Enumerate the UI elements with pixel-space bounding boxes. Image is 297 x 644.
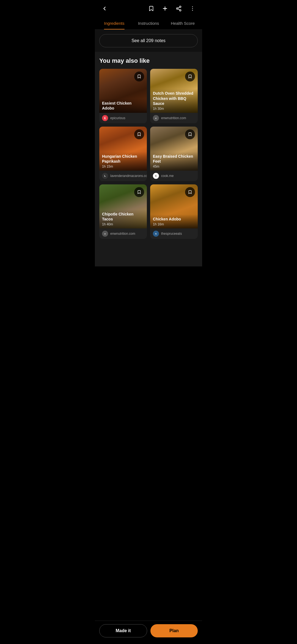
source-name-6: thespruceeats xyxy=(161,232,182,236)
tab-health-score[interactable]: Health Score xyxy=(166,17,200,29)
back-button[interactable] xyxy=(100,4,109,13)
source-logo-3: L xyxy=(102,173,108,179)
recipe-card-6[interactable]: Chicken Adobo 1h 16m S thespruceeats xyxy=(150,184,198,239)
recipe-time: 1h 16m xyxy=(153,222,195,226)
recipe-card-5[interactable]: Chipotle Chicken Tacos 1h 40m e enwnutri… xyxy=(99,184,147,239)
tab-ingredients[interactable]: Ingredients xyxy=(97,17,131,29)
source-name-4: cook.me xyxy=(161,174,174,178)
source-logo-1: E xyxy=(102,115,108,121)
recipe-time: 1h 15m xyxy=(102,165,144,168)
recipe-overlay: Chicken Adobo 1h 16m xyxy=(150,214,198,228)
recipe-overlay: Chipotle Chicken Tacos 1h 40m xyxy=(99,209,147,228)
svg-point-8 xyxy=(192,8,193,9)
svg-point-9 xyxy=(192,10,193,11)
recipe-card-2[interactable]: Dutch Oven Shredded Chicken with BBQ Sau… xyxy=(150,69,198,123)
recipe-title-4: Easy Braised Chicken Feet xyxy=(153,154,195,164)
recipe-title-1: Easiest Chicken Adobo xyxy=(102,101,144,111)
source-name-2: enwnutrition.com xyxy=(161,116,186,120)
recipe-title-6: Chicken Adobo xyxy=(153,217,195,222)
tab-instructions[interactable]: Instructions xyxy=(131,17,166,29)
recipe-card-4[interactable]: Easy Braised Chicken Feet 45m C cook.me xyxy=(150,127,198,181)
notes-section: See all 209 notes xyxy=(95,30,202,52)
recipe-bookmark-6[interactable] xyxy=(185,187,195,197)
recommendations-section: You may also like Easiest Chicken Adobo … xyxy=(95,52,202,266)
made-it-button[interactable]: Made it xyxy=(99,624,147,637)
recipe-source-4: C cook.me xyxy=(150,171,198,181)
recipe-overlay: Dutch Oven Shredded Chicken with BBQ Sau… xyxy=(150,89,198,113)
recipe-overlay: Hungarian Chicken Paprikash 1h 15m xyxy=(99,152,147,171)
plan-button[interactable]: Plan xyxy=(150,624,198,637)
recipe-image-2: Dutch Oven Shredded Chicken with BBQ Sau… xyxy=(150,69,198,113)
recipe-source-1: E epicurious xyxy=(99,113,147,123)
recipe-image-5: Chipotle Chicken Tacos 1h 40m xyxy=(99,184,147,228)
add-button[interactable] xyxy=(161,4,169,13)
more-button[interactable] xyxy=(188,4,197,13)
svg-line-5 xyxy=(178,9,180,10)
recipe-image-4: Easy Braised Chicken Feet 45m xyxy=(150,127,198,171)
source-logo-2: e xyxy=(153,115,159,121)
recipe-image-1: Easiest Chicken Adobo xyxy=(99,69,147,113)
share-button[interactable] xyxy=(175,4,183,13)
recipe-grid: Easiest Chicken Adobo E epicurious Dutch… xyxy=(99,69,198,239)
recipe-title-5: Chipotle Chicken Tacos xyxy=(102,212,144,222)
recipe-title-2: Dutch Oven Shredded Chicken with BBQ Sau… xyxy=(153,91,195,106)
recipe-bookmark-5[interactable] xyxy=(134,187,144,197)
source-logo-4: C xyxy=(153,173,159,179)
recipe-overlay: Easiest Chicken Adobo xyxy=(99,99,147,113)
recipe-card-3[interactable]: Hungarian Chicken Paprikash 1h 15m L lav… xyxy=(99,127,147,181)
recipe-title-3: Hungarian Chicken Paprikash xyxy=(102,154,144,164)
bottom-action-bar: Made it Plan xyxy=(95,621,202,644)
recipe-image-3: Hungarian Chicken Paprikash 1h 15m xyxy=(99,127,147,171)
source-logo-5: e xyxy=(102,231,108,237)
recipe-time: 1h 40m xyxy=(102,222,144,226)
source-name-3: lavenderandmacarons.com xyxy=(110,174,147,178)
recipe-source-5: e enwnutrition.com xyxy=(99,228,147,239)
see-all-notes-button[interactable]: See all 209 notes xyxy=(99,34,198,47)
recipe-time: 45m xyxy=(153,165,195,168)
recipe-bookmark-3[interactable] xyxy=(134,129,144,139)
recommendations-title: You may also like xyxy=(99,57,198,64)
svg-point-7 xyxy=(192,6,193,7)
recipe-bookmark-1[interactable] xyxy=(134,72,144,81)
recipe-time: 1h 30m xyxy=(153,107,195,111)
source-name-1: epicurious xyxy=(110,116,125,120)
recipe-source-2: e enwnutrition.com xyxy=(150,113,198,123)
top-bar-actions xyxy=(147,4,197,13)
svg-line-6 xyxy=(178,7,180,8)
source-name-5: enwnutrition.com xyxy=(110,232,135,236)
top-bar xyxy=(95,0,202,17)
recipe-source-6: S thespruceeats xyxy=(150,228,198,239)
recipe-overlay: Easy Braised Chicken Feet 45m xyxy=(150,152,198,171)
recipe-source-3: L lavenderandmacarons.com xyxy=(99,171,147,181)
bookmark-button[interactable] xyxy=(147,4,155,13)
recipe-bookmark-4[interactable] xyxy=(185,129,195,139)
recipe-card-1[interactable]: Easiest Chicken Adobo E epicurious xyxy=(99,69,147,123)
source-logo-6: S xyxy=(153,231,159,237)
recipe-bookmark-2[interactable] xyxy=(185,72,195,81)
recipe-image-6: Chicken Adobo 1h 16m xyxy=(150,184,198,228)
tab-bar: Ingredients Instructions Health Score xyxy=(95,17,202,30)
